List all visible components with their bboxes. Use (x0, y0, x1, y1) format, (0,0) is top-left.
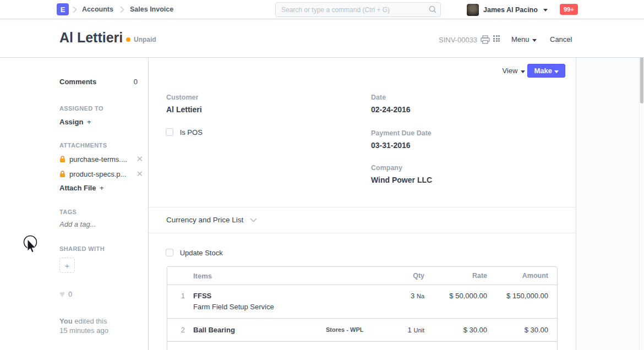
amount-cell: $ 30.00 (487, 326, 548, 334)
remove-attachment-icon[interactable]: ✕ (136, 169, 143, 179)
qty-cell: 3 Na (386, 292, 424, 300)
update-stock-field: Update Stock (166, 249, 223, 257)
attachment-link[interactable]: product-specs.p... (69, 170, 133, 178)
make-button[interactable]: Make (527, 64, 565, 78)
tag-input[interactable] (59, 220, 131, 228)
cancel-button[interactable]: Cancel (550, 35, 572, 43)
customer-value[interactable]: Al Lettieri (166, 105, 202, 114)
warehouse-cell: Stores - WPL (326, 326, 386, 333)
search-input[interactable] (275, 2, 441, 17)
breadcrumb-accounts[interactable]: Accounts (82, 6, 113, 13)
section-divider (149, 207, 576, 207)
item-cell: Ball Bearing (193, 326, 326, 334)
company-value[interactable]: Wind Power LLC (371, 176, 432, 184)
status-badge: Unpaid (134, 36, 156, 43)
currency-section-toggle[interactable]: Currency and Price List (166, 216, 257, 224)
attach-file-button[interactable]: Attach File + (59, 184, 137, 192)
app-logo[interactable]: E (57, 3, 69, 15)
currency-section-label: Currency and Price List (166, 216, 243, 224)
date-value[interactable]: 02-24-2016 (371, 105, 411, 114)
is-pos-checkbox[interactable] (166, 128, 173, 136)
attachment-link[interactable]: purchase-terms.... (69, 155, 133, 163)
print-icon[interactable] (481, 35, 490, 44)
attachment-item: purchase-terms.... ✕ (59, 154, 143, 164)
chevron-right-icon (120, 6, 124, 13)
assign-label: Assign (59, 118, 83, 126)
chevron-down-icon (532, 39, 537, 42)
edited-action: edited this (74, 317, 107, 325)
update-stock-label: Update Stock (180, 249, 223, 257)
notifications-badge[interactable]: 99+ (560, 4, 578, 15)
section-divider (149, 233, 576, 233)
items-table: . Items Qty Rate Amount 1 FFSS Farm Fiel… (167, 266, 558, 350)
payment-due-date-label: Payment Due Date (371, 129, 432, 137)
lock-icon (59, 171, 66, 178)
navbar: E Accounts Sales Invoice James Al Pacino… (0, 0, 644, 19)
comments-label: Comments (59, 78, 96, 86)
item-code: FFSS (193, 292, 326, 300)
plus-icon: + (97, 184, 103, 192)
payment-due-date-value[interactable]: 03-31-2016 (371, 141, 432, 150)
items-header: Items (193, 272, 326, 280)
status-dot-icon (126, 37, 130, 42)
items-table-header: . Items Qty Rate Amount (167, 267, 557, 285)
rate-cell: $ 30.00 (424, 326, 487, 334)
warehouse-header (326, 272, 386, 272)
breadcrumb-sales-invoice[interactable]: Sales Invoice (130, 6, 173, 13)
uom-value: Na (417, 293, 424, 299)
like-row: ♥ 0 (59, 289, 137, 299)
shared-with-heading: SHARED WITH (59, 245, 137, 252)
attachment-item: product-specs.p... ✕ (59, 169, 143, 179)
tags-heading: TAGS (59, 209, 137, 215)
heart-icon[interactable]: ♥ (59, 289, 65, 299)
table-row[interactable]: 1 FFSS Farm Field Setup Service 3 Na $ 5… (167, 285, 557, 319)
uom-value: Unit (413, 327, 424, 333)
likes-count: 0 (68, 290, 72, 298)
view-label: View (502, 67, 517, 75)
page-title: Al Lettieri (59, 30, 123, 46)
grid-view-icon[interactable] (493, 35, 500, 42)
attachments-heading: ATTACHMENTS (59, 142, 137, 149)
share-add-button[interactable]: + (59, 258, 75, 273)
comments-row[interactable]: Comments 0 (59, 78, 138, 86)
rate-header: Rate (424, 272, 487, 280)
qty-cell: 1 Unit (386, 326, 424, 334)
assign-button[interactable]: Assign + (59, 118, 137, 126)
form-body: View Make Customer Al Lettieri Is POS Da… (149, 58, 576, 350)
edited-info: You edited this 15 minutes ago (59, 316, 137, 335)
view-dropdown[interactable]: View (502, 67, 525, 75)
date-label: Date (371, 94, 411, 101)
chevron-down-icon (543, 9, 548, 12)
company-field: Company Wind Power LLC (371, 164, 432, 184)
page-head: Al Lettieri Unpaid SINV-00033 Menu Cance… (0, 19, 644, 58)
table-row[interactable]: 2 Ball Bearing Stores - WPL 1 Unit $ 30.… (167, 319, 557, 342)
update-stock-checkbox[interactable] (166, 249, 173, 256)
remove-attachment-icon[interactable]: ✕ (136, 154, 143, 164)
lock-icon (59, 156, 66, 163)
item-code: Ball Bearing (193, 326, 326, 334)
global-search (275, 2, 441, 17)
payment-due-date-field: Payment Due Date 03-31-2016 (371, 129, 432, 150)
amount-cell: $ 150,000.00 (487, 292, 548, 300)
search-icon (429, 6, 436, 13)
is-pos-field: Is POS (166, 128, 203, 136)
menu-button[interactable]: Menu (511, 35, 537, 43)
item-description: Farm Field Setup Service (193, 303, 326, 311)
row-index: 2 (167, 326, 185, 334)
table-row[interactable]: 3 Bearing Collar Stores - WPL 1 Nos $ 12… (167, 342, 557, 350)
avatar (467, 4, 479, 16)
user-menu[interactable]: James Al Pacino (467, 3, 548, 17)
idx-header: . (167, 272, 185, 280)
document-id: SINV-00033 (439, 36, 477, 44)
qty-value: 3 (411, 292, 414, 300)
assigned-to-heading: ASSIGNED TO (59, 105, 137, 112)
item-cell: FFSS Farm Field Setup Service (193, 292, 326, 311)
chevron-right-icon (73, 6, 77, 13)
qty-value: 1 (408, 326, 412, 334)
menu-label: Menu (511, 35, 530, 43)
form-sidebar: Comments 0 ASSIGNED TO Assign + ATTACHME… (0, 58, 149, 350)
chevron-down-icon (554, 70, 559, 73)
is-pos-label: Is POS (180, 128, 203, 136)
right-gutter (577, 58, 639, 350)
qty-header: Qty (386, 272, 424, 280)
